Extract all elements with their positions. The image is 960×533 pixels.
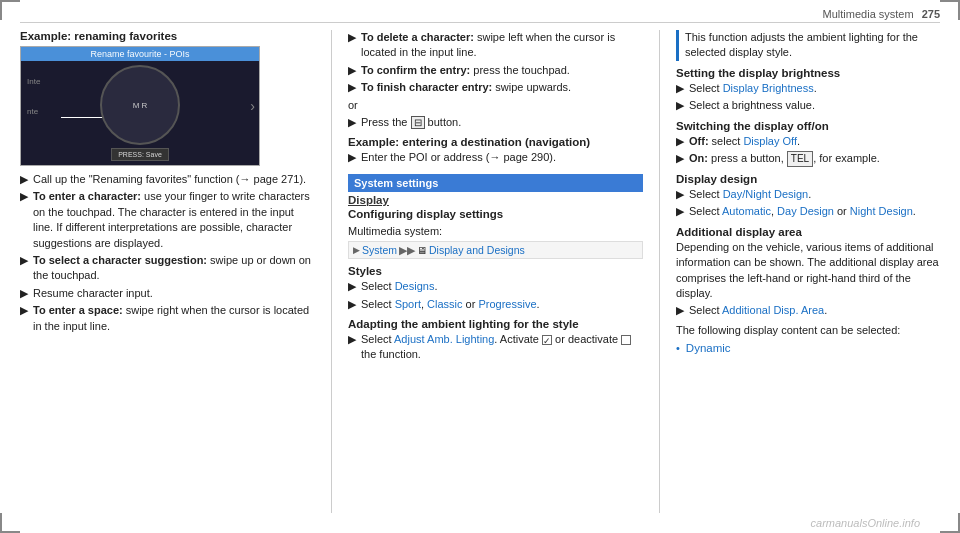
touchpad-letters: M R [133, 101, 148, 110]
or-label: or [348, 98, 643, 113]
switching-text-2: On: press a button, TEL, for example. [689, 151, 880, 167]
example-nav-text: Enter the POI or address (→ page 290). [361, 150, 556, 165]
styles-bullet-2: ▶ Select Sport, Classic or Progressive. [348, 297, 643, 312]
car-image-inner: Rename favourite - POIs Inte nte › M R P… [21, 47, 259, 165]
checkbox-checked [542, 335, 552, 345]
display-design-text-2: Select Automatic, Day Design or Night De… [689, 204, 916, 219]
corner-bl [0, 513, 20, 533]
styles-arrow-1: ▶ [348, 279, 356, 294]
press-bullet-arrow: ▶ [348, 115, 356, 130]
bullet-arrow-4: ▶ [20, 286, 28, 301]
display-label: Display [348, 194, 643, 206]
dot-bullet-1: • [676, 342, 680, 354]
setting-heading: Setting the display brightness [676, 67, 940, 79]
right-column: This function adjusts the ambient lighti… [676, 30, 940, 513]
additional-bullet: ▶ Select Additional Disp. Area. [676, 303, 940, 318]
mid-bullet-arrow-1: ▶ [348, 30, 356, 61]
styles-text-2: Select Sport, Classic or Progressive. [361, 297, 540, 312]
day-night-link: Day/Night Design [723, 188, 809, 200]
watermark: carmanualsOnline.info [811, 517, 920, 529]
display-design-bullet-1: ▶ Select Day/Night Design. [676, 187, 940, 202]
breadcrumb: ▶ System ▶▶ 🖥 Display and Designs [348, 241, 643, 259]
dynamic-link: Dynamic [686, 342, 731, 354]
bullet-1: ▶ Call up the "Renaming favorites" funct… [20, 172, 315, 187]
progressive-link: Progressive [478, 298, 536, 310]
corner-br [940, 513, 960, 533]
setting-text-2: Select a brightness value. [689, 98, 815, 113]
switching-text-1: Off: select Display Off. [689, 134, 800, 149]
bullet-text-4: Resume character input. [33, 286, 153, 301]
display-design-arrow-2: ▶ [676, 204, 684, 219]
press-button-text: Press the ⊟ button. [361, 115, 461, 130]
touchpad-circle: M R [100, 65, 180, 145]
switching-heading: Switching the display off/on [676, 120, 940, 132]
sport-link: Sport [395, 298, 421, 310]
mid-bullet-text-3: To finish character entry: swipe upwards… [361, 80, 571, 95]
display-brightness-link: Display Brightness [723, 82, 814, 94]
adapting-heading: Adapting the ambient lighting for the st… [348, 318, 643, 330]
system-settings-bar: System settings [348, 174, 643, 192]
breadcrumb-display-icon: 🖥 [417, 245, 427, 256]
designs-link: Designs [395, 280, 435, 292]
setting-bullet-1: ▶ Select Display Brightness. [676, 81, 940, 96]
car-image-box: Rename favourite - POIs Inte nte › M R P… [20, 46, 260, 166]
breadcrumb-arrow-left: ▶ [353, 245, 360, 255]
back-icon: ⊟ [411, 116, 425, 129]
mid-bullet-text-2: To confirm the entry: press the touchpad… [361, 63, 570, 78]
dot-item-1: • Dynamic [676, 342, 940, 354]
night-design-link: Night Design [850, 205, 913, 217]
switching-bullet-1: ▶ Off: select Display Off. [676, 134, 940, 149]
press-button-item: ▶ Press the ⊟ button. [348, 115, 643, 130]
tel-button: TEL [787, 151, 813, 167]
bullet-arrow-2: ▶ [20, 189, 28, 251]
additional-para: Depending on the vehicle, various items … [676, 240, 940, 302]
display-design-heading: Display design [676, 173, 940, 185]
adapting-text: Select Adjust Amb. Lighting. Activate or… [361, 332, 643, 363]
mid-bullet-1: ▶ To delete a character: swipe left when… [348, 30, 643, 61]
bullet-text-3: To select a character suggestion: swipe … [33, 253, 315, 284]
divider-2 [659, 30, 660, 513]
divider-1 [331, 30, 332, 513]
touchpad-area: M R PRESS: Save [21, 65, 259, 165]
ambient-text-block: This function adjusts the ambient lighti… [676, 30, 940, 61]
adapting-arrow: ▶ [348, 332, 356, 363]
rename-bar: Rename favourite - POIs [21, 47, 259, 61]
classic-link: Classic [427, 298, 462, 310]
styles-text-1: Select Designs. [361, 279, 437, 294]
additional-heading: Additional display area [676, 226, 940, 238]
page-header: Multimedia system 275 [823, 8, 940, 20]
bullet-text-1: Call up the "Renaming favorites" functio… [33, 172, 306, 187]
middle-column: ▶ To delete a character: swipe left when… [348, 30, 643, 513]
breadcrumb-display-designs: Display and Designs [429, 244, 525, 256]
switching-arrow-1: ▶ [676, 134, 684, 149]
mid-bullet-arrow-2: ▶ [348, 63, 356, 78]
mid-bullet-2: ▶ To confirm the entry: press the touchp… [348, 63, 643, 78]
checkbox-empty [621, 335, 631, 345]
display-design-bullet-2: ▶ Select Automatic, Day Design or Night … [676, 204, 940, 219]
configuring-heading: Configuring display settings [348, 208, 643, 220]
display-design-arrow-1: ▶ [676, 187, 684, 202]
bullet-text-2: To enter a character: use your finger to… [33, 189, 315, 251]
bullet-arrow-3: ▶ [20, 253, 28, 284]
setting-bullet-2: ▶ Select a brightness value. [676, 98, 940, 113]
bullet-arrow-1: ▶ [20, 172, 28, 187]
bullet-arrow-5: ▶ [20, 303, 28, 334]
breadcrumb-sep-1: ▶▶ [399, 244, 415, 256]
mid-bullet-text-1: To delete a character: swipe left when t… [361, 30, 643, 61]
adjust-amb-link: Adjust Amb. Lighting [394, 333, 494, 345]
switching-bullet-2: ▶ On: press a button, TEL, for example. [676, 151, 940, 167]
bullet-5: ▶ To enter a space: swipe right when the… [20, 303, 315, 334]
left-column: Example: renaming favorites Rename favou… [20, 30, 315, 513]
day-design-link: Day Design [777, 205, 834, 217]
multimedia-label: Multimedia system: [348, 224, 643, 239]
corner-tl [0, 0, 20, 20]
switching-arrow-2: ▶ [676, 151, 684, 167]
ambient-text: This function adjusts the ambient lighti… [685, 31, 918, 58]
top-divider [20, 22, 940, 23]
bullet-3: ▶ To select a character suggestion: swip… [20, 253, 315, 284]
styles-arrow-2: ▶ [348, 297, 356, 312]
mid-bullet-3: ▶ To finish character entry: swipe upwar… [348, 80, 643, 95]
breadcrumb-system: System [362, 244, 397, 256]
example-heading: Example: renaming favorites [20, 30, 315, 42]
bullet-4: ▶ Resume character input. [20, 286, 315, 301]
